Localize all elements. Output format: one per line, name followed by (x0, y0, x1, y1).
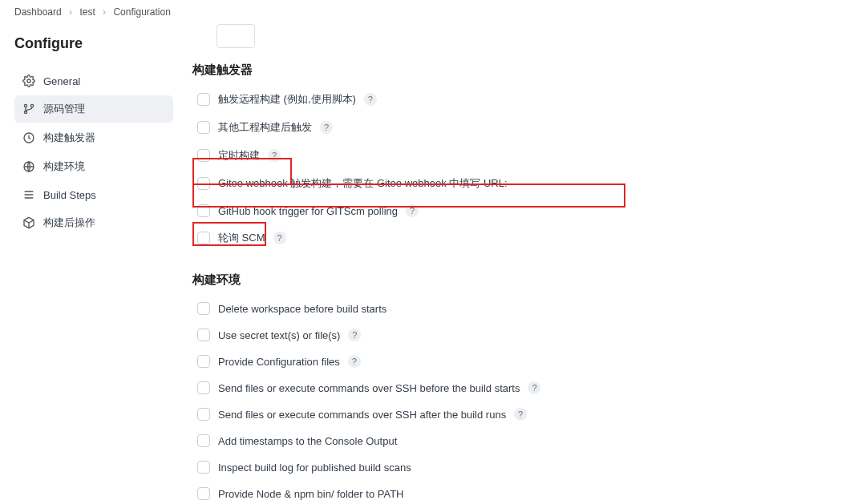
env-label: Send files or execute commands over SSH … (218, 382, 520, 394)
breadcrumb-item-dashboard[interactable]: Dashboard (14, 6, 62, 18)
sidebar-item-label: 源码管理 (43, 102, 85, 116)
sidebar-item-environment[interactable]: 构建环境 (14, 153, 173, 180)
env-checkbox[interactable] (197, 434, 210, 447)
globe-icon (22, 160, 35, 173)
help-icon[interactable]: ? (528, 381, 540, 394)
trigger-checkbox-remote[interactable] (197, 93, 210, 106)
chevron-right-icon: › (69, 6, 72, 18)
trigger-label: GitHub hook trigger for GITScm polling (218, 205, 398, 217)
svg-point-0 (27, 79, 30, 83)
help-icon[interactable]: ? (273, 232, 286, 244)
svg-point-2 (30, 104, 33, 107)
gear-icon (22, 75, 35, 87)
trigger-option-gitee[interactable]: Gitee webhook 触发构建，需要在 Gitee webhook 中填写… (192, 171, 842, 196)
env-label: Provide Configuration files (218, 356, 340, 368)
trigger-checkbox-poll[interactable] (197, 232, 210, 244)
env-label: Delete workspace before build starts (218, 303, 386, 315)
env-label: Provide Node & npm bin/ folder to PATH (218, 488, 403, 500)
env-option-ssh-after[interactable]: Send files or execute commands over SSH … (192, 403, 842, 425)
sidebar-item-build-steps[interactable]: Build Steps (14, 182, 173, 208)
trigger-label: 其他工程构建后触发 (218, 120, 312, 135)
help-icon[interactable]: ? (348, 355, 361, 368)
env-label: Inspect build log for published build sc… (218, 462, 411, 474)
sidebar-item-label: 构建环境 (43, 159, 85, 174)
unknown-button[interactable] (216, 24, 255, 48)
trigger-label: Gitee webhook 触发构建，需要在 Gitee webhook 中填写… (218, 176, 508, 191)
help-icon[interactable]: ? (348, 329, 361, 341)
env-option-config-files[interactable]: Provide Configuration files ? (192, 350, 842, 373)
sidebar-item-label: 构建后操作 (43, 216, 95, 230)
env-option-secret-text[interactable]: Use secret text(s) or file(s) ? (192, 324, 842, 346)
env-section-title: 构建环境 (192, 272, 842, 288)
help-icon[interactable]: ? (268, 149, 281, 162)
help-icon[interactable]: ? (364, 93, 377, 106)
env-checkbox[interactable] (197, 461, 210, 474)
sidebar-item-label: Build Steps (43, 189, 96, 201)
page-title: Configure (14, 35, 173, 52)
help-icon[interactable]: ? (406, 204, 419, 217)
steps-icon (22, 188, 35, 201)
breadcrumb-item-test[interactable]: test (79, 6, 95, 18)
trigger-label: 轮询 SCM (218, 231, 265, 245)
trigger-option-github[interactable]: GitHub hook trigger for GITScm polling ? (192, 200, 842, 222)
breadcrumb: Dashboard › test › Configuration (0, 0, 866, 24)
env-option-build-scans[interactable]: Inspect build log for published build sc… (192, 456, 842, 478)
trigger-label: 触发远程构建 (例如,使用脚本) (218, 92, 356, 107)
sidebar-item-label: 构建触发器 (43, 131, 95, 145)
env-label: Send files or execute commands over SSH … (218, 409, 506, 421)
env-label: Use secret text(s) or file(s) (218, 329, 340, 341)
sidebar-item-post-build[interactable]: 构建后操作 (14, 209, 173, 236)
trigger-checkbox-github[interactable] (197, 204, 210, 217)
chevron-right-icon: › (103, 6, 106, 18)
sidebar: Configure General 源码管理 构建触发器 构建环境 (0, 24, 184, 502)
trigger-checkbox-gitee[interactable] (197, 177, 210, 190)
sidebar-item-general[interactable]: General (14, 68, 173, 94)
package-icon (22, 216, 35, 229)
env-label: Add timestamps to the Console Output (218, 435, 397, 447)
triggers-section-title: 构建触发器 (192, 62, 842, 78)
env-checkbox[interactable] (197, 381, 210, 394)
trigger-option-other-project[interactable]: 其他工程构建后触发 ? (192, 115, 842, 139)
env-option-delete-workspace[interactable]: Delete workspace before build starts (192, 297, 842, 320)
trigger-option-remote[interactable]: 触发远程构建 (例如,使用脚本) ? (192, 87, 842, 111)
env-checkbox[interactable] (197, 302, 210, 315)
trigger-checkbox-other[interactable] (197, 121, 210, 134)
help-icon[interactable]: ? (514, 408, 527, 421)
env-option-ssh-before[interactable]: Send files or execute commands over SSH … (192, 377, 842, 399)
env-option-node-npm[interactable]: Provide Node & npm bin/ folder to PATH (192, 482, 842, 502)
env-checkbox[interactable] (197, 355, 210, 368)
sidebar-item-triggers[interactable]: 构建触发器 (14, 124, 173, 151)
env-checkbox[interactable] (197, 329, 210, 341)
help-icon[interactable]: ? (320, 121, 333, 134)
trigger-label: 定时构建 (218, 148, 260, 163)
sidebar-item-label: General (43, 75, 80, 87)
env-checkbox[interactable] (197, 487, 210, 500)
env-checkbox[interactable] (197, 408, 210, 421)
sidebar-item-scm[interactable]: 源码管理 (14, 95, 173, 123)
branch-icon (22, 103, 35, 115)
breadcrumb-item-configuration[interactable]: Configuration (113, 6, 170, 18)
clock-icon (22, 131, 35, 144)
svg-point-1 (24, 104, 26, 107)
trigger-option-cron[interactable]: 定时构建 ? (192, 143, 842, 167)
main-content: 构建触发器 触发远程构建 (例如,使用脚本) ? 其他工程构建后触发 ? 定时构… (184, 24, 866, 502)
redacted-url (517, 178, 706, 189)
trigger-option-poll-scm[interactable]: 轮询 SCM ? (192, 226, 842, 250)
env-option-timestamps[interactable]: Add timestamps to the Console Output (192, 429, 842, 452)
trigger-checkbox-cron[interactable] (197, 149, 210, 162)
